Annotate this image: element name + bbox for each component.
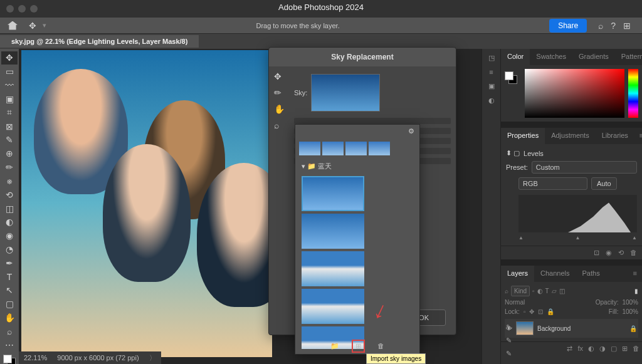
gradient-tool[interactable]: ◐	[1, 216, 18, 229]
link-icon[interactable]: ⇄	[567, 345, 572, 353]
lock-position-icon[interactable]: ✥	[529, 308, 534, 315]
mask-icon[interactable]: ◐	[588, 345, 594, 353]
filter-adjust-icon[interactable]: ◐	[537, 288, 543, 294]
opacity-value[interactable]: 100%	[622, 299, 638, 306]
heal-tool[interactable]: ⊕	[1, 147, 18, 160]
tab-channels[interactable]: Channels	[534, 266, 576, 282]
panel-icon[interactable]: ◳	[488, 54, 495, 62]
color-field[interactable]	[525, 69, 624, 118]
home-icon[interactable]	[8, 21, 18, 30]
eraser-tool[interactable]: ◫	[1, 202, 18, 215]
sky-preview-select[interactable]	[311, 74, 380, 112]
sky-hand-tool[interactable]: ✋	[274, 104, 289, 114]
filter-toggle[interactable]: ▮	[634, 288, 638, 294]
shift-edge-slider[interactable]	[294, 118, 451, 124]
move-tool[interactable]: ✥	[1, 51, 18, 65]
gray-point-dropper[interactable]: ✎	[506, 336, 512, 345]
tab-properties[interactable]: Properties	[501, 128, 545, 144]
filter-smart-icon[interactable]: ◫	[559, 288, 565, 294]
tab-swatches[interactable]: Swatches	[530, 49, 572, 65]
sky-folder-label[interactable]: ▾ 📁 蓝天	[295, 159, 419, 174]
frame-tool[interactable]: ⊠	[1, 120, 18, 133]
marquee-tool[interactable]: ▭	[1, 65, 18, 78]
gear-icon[interactable]: ⚙	[408, 127, 414, 135]
panel-icon[interactable]: ◐	[488, 96, 495, 105]
tab-libraries[interactable]: Libraries	[596, 128, 634, 144]
share-button[interactable]: Share	[549, 19, 587, 33]
fg-bg-swatch[interactable]	[505, 69, 521, 118]
tab-adjustments[interactable]: Adjustments	[545, 128, 596, 144]
stamp-tool[interactable]: ⎈	[1, 174, 18, 187]
blur-tool[interactable]: ◉	[1, 229, 18, 242]
zoom-level[interactable]: 22.11%	[24, 354, 47, 361]
path-tool[interactable]: ↖	[1, 284, 18, 297]
filter-pixel-icon[interactable]: ▫	[532, 288, 535, 294]
tab-layers[interactable]: Layers	[501, 266, 534, 282]
white-point-dropper[interactable]: ✎	[506, 350, 512, 358]
help-icon[interactable]: ?	[611, 21, 616, 31]
panel-icon[interactable]: ▣	[488, 82, 495, 90]
hue-slider[interactable]	[628, 69, 638, 118]
filter-kind[interactable]: Kind	[511, 286, 530, 296]
blend-mode[interactable]: Normal	[505, 299, 525, 306]
preset-select[interactable]: Custom	[532, 161, 637, 174]
layer-item[interactable]: 👁 Background 🔒	[505, 319, 638, 338]
fill-value[interactable]: 100%	[622, 308, 638, 315]
sky-thumb[interactable]	[345, 142, 367, 155]
sky-preset[interactable]	[302, 176, 364, 211]
history-brush-tool[interactable]: ⟲	[1, 188, 18, 201]
panel-menu-icon[interactable]: ≡	[628, 266, 642, 282]
clip-icon[interactable]: ⊡	[594, 249, 599, 257]
sky-thumb[interactable]	[322, 142, 344, 155]
tab-patterns[interactable]: Patterns	[615, 49, 642, 65]
hand-tool[interactable]: ✋	[1, 311, 18, 325]
pen-tool[interactable]: ✒	[1, 256, 18, 269]
sky-preset[interactable]	[302, 289, 364, 324]
lock-all-icon[interactable]: 🔒	[547, 308, 554, 315]
panel-icon[interactable]: ≡	[489, 68, 493, 76]
type-tool[interactable]: T	[1, 270, 18, 283]
workspace-icon[interactable]: ⊞	[623, 21, 631, 31]
lasso-tool[interactable]: 〰	[1, 79, 18, 92]
fx-icon[interactable]: fx	[577, 345, 583, 353]
trash-icon[interactable]: 🗑	[377, 342, 384, 350]
color-swatch[interactable]	[3, 355, 16, 364]
shape-tool[interactable]: ▢	[1, 298, 18, 311]
sky-thumb[interactable]	[369, 142, 390, 155]
import-sky-button[interactable]: ⊞	[352, 340, 365, 353]
tab-color[interactable]: Color	[501, 49, 530, 65]
sky-brush-tool[interactable]: ✏	[274, 88, 289, 98]
edit-toolbar[interactable]: ⋯	[1, 338, 18, 351]
sky-zoom-tool[interactable]: ⌕	[274, 120, 289, 130]
new-layer-icon[interactable]: ⊞	[622, 345, 628, 353]
document-tab[interactable]: sky.jpg @ 22.1% (Edge Lighting Levels, L…	[0, 35, 199, 48]
trash-icon[interactable]: 🗑	[630, 249, 637, 257]
sky-preset[interactable]	[302, 251, 364, 286]
view-icon[interactable]: ◉	[606, 249, 612, 257]
filter-type-icon[interactable]: T	[545, 288, 549, 294]
sky-move-tool[interactable]: ✥	[274, 71, 289, 81]
crop-tool[interactable]: ⌗	[1, 106, 18, 119]
lock-artboard-icon[interactable]: ⊡	[538, 308, 543, 315]
sky-thumb[interactable]	[299, 142, 320, 155]
adjustment-icon[interactable]: ◑	[599, 345, 606, 353]
black-point-dropper[interactable]: ✎	[506, 323, 512, 331]
trash-icon[interactable]: 🗑	[633, 345, 639, 353]
panel-menu-icon[interactable]: ≡	[634, 128, 642, 144]
histogram[interactable]	[518, 195, 637, 232]
reset-icon[interactable]: ⟲	[618, 249, 624, 257]
sky-preset[interactable]	[302, 214, 364, 249]
selection-tool[interactable]: ▣	[1, 92, 18, 105]
folder-icon[interactable]: 📁	[330, 342, 339, 350]
eyedropper-tool[interactable]: ✎	[1, 133, 18, 147]
group-icon[interactable]: ▢	[611, 345, 617, 353]
auto-button[interactable]: Auto	[591, 177, 617, 190]
move-tool-icon[interactable]: ✥	[29, 21, 36, 31]
tab-gradients[interactable]: Gradients	[572, 49, 615, 65]
lock-pixels-icon[interactable]: ▫	[524, 308, 526, 315]
search-icon[interactable]: ⌕	[598, 21, 603, 31]
dodge-tool[interactable]: ◔	[1, 243, 18, 256]
channel-select[interactable]: RGB	[518, 177, 587, 190]
canvas[interactable]	[21, 50, 272, 357]
brush-tool[interactable]: ✏	[1, 161, 18, 174]
